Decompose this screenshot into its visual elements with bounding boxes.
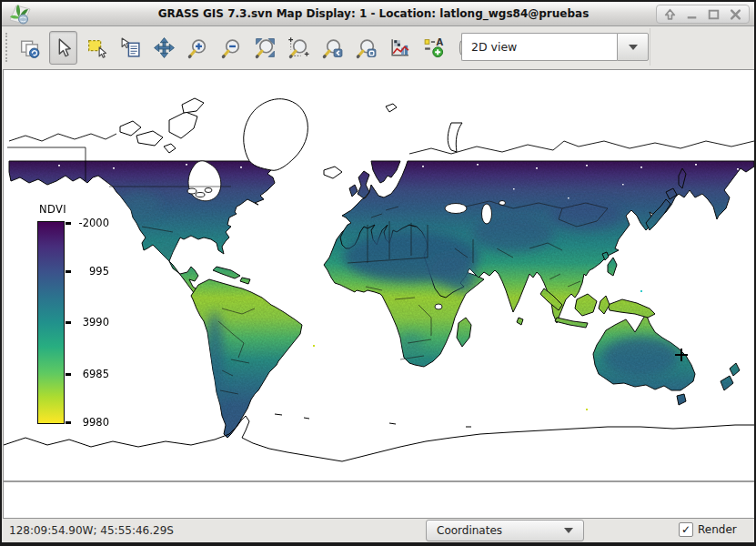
add-map-elements-icon: A <box>422 36 445 59</box>
previous-zoom-icon <box>321 36 344 59</box>
render-map-button[interactable] <box>15 31 44 65</box>
antarctica-coastline <box>4 414 754 461</box>
coordinates-readout: 128:09:54.90W; 45:55:46.29S <box>9 524 174 537</box>
legend-tick-mark <box>66 373 71 376</box>
analyze-map-button[interactable] <box>386 31 414 65</box>
zoom-to-region-button[interactable] <box>285 31 313 65</box>
legend-tick-mark <box>66 321 71 324</box>
view-mode-selector[interactable]: 2D view <box>461 33 649 61</box>
add-map-elements-button[interactable]: A <box>419 31 448 65</box>
shade-button[interactable] <box>660 5 680 23</box>
legend-tick-label: -2000 <box>75 217 109 229</box>
world-ndvi-map <box>4 70 754 518</box>
query-icon <box>119 36 142 59</box>
minimize-button[interactable] <box>681 5 702 23</box>
pointer-icon <box>52 36 75 59</box>
maximize-button[interactable] <box>703 5 724 23</box>
zoom-options-icon <box>355 36 378 59</box>
map-toolbar: A 2D view <box>2 26 754 68</box>
zoom-in-icon <box>186 36 209 59</box>
analyze-map-icon <box>388 36 411 59</box>
legend-tick-mark <box>66 270 71 273</box>
svg-text:A: A <box>437 37 444 47</box>
close-button[interactable] <box>725 5 746 23</box>
raster-grain <box>4 161 754 461</box>
zoom-out-button[interactable] <box>217 31 246 65</box>
statusbar: 128:09:54.90W; 45:55:46.29S Coordinates … <box>2 519 754 542</box>
titlebar: GRASS GIS 7.3.svn Map Display: 1 - Locat… <box>2 2 754 26</box>
chevron-down-icon <box>629 45 638 50</box>
previous-zoom-button[interactable] <box>318 31 347 65</box>
legend-tick-mark <box>66 222 71 225</box>
pan-button[interactable] <box>150 31 178 65</box>
zoom-options-button[interactable] <box>352 31 380 65</box>
legend-tick-label: 6985 <box>75 368 109 380</box>
select-icon <box>86 36 108 59</box>
legend-tick-mark <box>66 421 71 424</box>
zoom-out-icon <box>220 36 243 59</box>
render-checkbox[interactable]: ✓ <box>679 522 693 537</box>
map-legend: NDVI -2000 995 3990 6985 9980 <box>37 203 66 424</box>
view-mode-value[interactable]: 2D view <box>461 33 617 61</box>
zoom-to-extent-icon <box>254 36 277 59</box>
statusbar-mode-selector[interactable]: Coordinates <box>426 520 584 541</box>
render-toggle-group: ✓ Render <box>679 522 737 537</box>
pan-icon <box>153 36 176 59</box>
grass-gis-logo-icon <box>7 3 33 28</box>
select-button[interactable] <box>83 31 111 65</box>
render-checkbox-label: Render <box>698 523 737 536</box>
zoom-to-region-icon <box>287 36 310 59</box>
zoom-to-extent-button[interactable] <box>251 31 279 65</box>
map-display-window: GRASS GIS 7.3.svn Map Display: 1 - Locat… <box>0 0 756 546</box>
window-title: GRASS GIS 7.3.svn Map Display: 1 - Locat… <box>111 2 636 25</box>
legend-tick-label: 995 <box>75 265 109 278</box>
query-button[interactable] <box>116 31 145 65</box>
statusbar-mode-value: Coordinates <box>427 524 564 537</box>
legend-title: NDVI <box>39 203 66 216</box>
render-map-icon <box>18 36 41 59</box>
view-mode-dropdown-button[interactable] <box>617 33 649 61</box>
legend-tick-label: 9980 <box>75 416 109 429</box>
toolbar-grip[interactable] <box>5 33 10 62</box>
chevron-down-icon <box>564 528 573 533</box>
window-controls <box>656 5 750 24</box>
legend-color-bar <box>37 221 65 424</box>
pointer-button[interactable] <box>49 31 77 65</box>
zoom-in-button[interactable] <box>184 31 212 65</box>
map-canvas[interactable]: NDVI -2000 995 3990 6985 9980 <box>3 69 755 519</box>
legend-tick-label: 3990 <box>75 316 109 329</box>
